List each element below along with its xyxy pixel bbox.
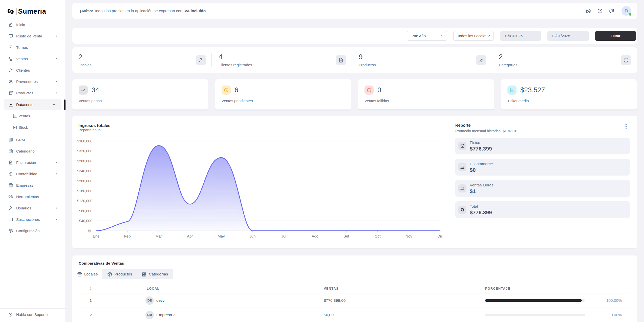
svg-text:$200,000: $200,000 [77,179,92,183]
svg-text:Reporte anual: Reporte anual [78,128,101,132]
svg-text:$280,000: $280,000 [77,159,92,163]
svg-text:$160,000: $160,000 [77,189,92,193]
svg-text:$320,000: $320,000 [77,149,92,153]
svg-text:$120,000: $120,000 [77,199,92,203]
svg-text:Jul: Jul [281,234,286,238]
svg-text:Abr: Abr [187,234,193,238]
svg-text:Oct: Oct [375,234,381,238]
svg-text:$80,000: $80,000 [79,209,92,213]
svg-text:May: May [218,234,225,238]
svg-text:Ene: Ene [93,234,100,238]
svg-text:Ago: Ago [312,234,318,238]
svg-text:Dic: Dic [437,234,443,238]
svg-text:Mar: Mar [155,234,162,238]
svg-text:Jun: Jun [249,234,255,238]
svg-text:Ingresos totales: Ingresos totales [78,123,111,128]
svg-text:$240,000: $240,000 [77,169,92,173]
svg-text:Set: Set [344,234,349,238]
svg-text:$40,000: $40,000 [79,219,92,223]
svg-text:$360,000: $360,000 [77,139,92,143]
svg-text:Nov: Nov [405,234,412,238]
svg-text:$0: $0 [88,229,92,233]
svg-text:Feb: Feb [124,234,131,238]
